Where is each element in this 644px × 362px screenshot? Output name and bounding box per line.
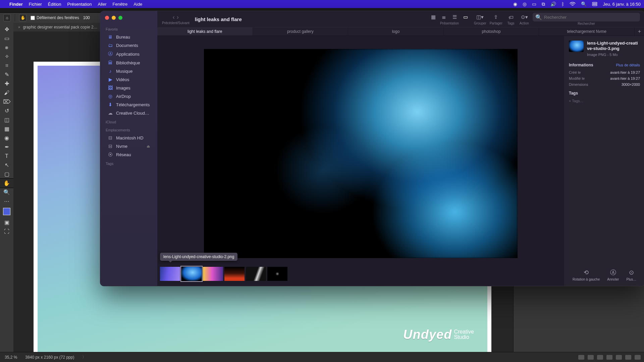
share-button[interactable]: ⇪ bbox=[491, 13, 501, 21]
gallery-preview-image[interactable] bbox=[204, 49, 518, 258]
ps-tool-brush[interactable]: 🖌 bbox=[0, 88, 13, 97]
sidebar-item-airdrop[interactable]: ◎AirDrop bbox=[102, 92, 155, 100]
ps-tool-pen[interactable]: ✒ bbox=[0, 142, 13, 152]
ps-status-icon[interactable] bbox=[578, 355, 584, 360]
ps-tool-stamp[interactable]: ⌦ bbox=[0, 97, 13, 106]
ps-tool-heal[interactable]: ✚ bbox=[0, 79, 13, 88]
statusbar-bluetooth-icon[interactable]: ᛒ bbox=[561, 1, 564, 7]
tab-photoshop[interactable]: photoshop bbox=[444, 27, 539, 36]
sidebar-item-macintosh-hd[interactable]: ⊟Macintosh HD bbox=[102, 134, 155, 142]
action-button[interactable]: ⊙▾ bbox=[519, 13, 529, 21]
statusbar-focus-icon[interactable]: ◎ bbox=[523, 1, 527, 7]
tab-telechargement[interactable]: telechargement Nvme bbox=[539, 27, 635, 36]
menu-fenetre[interactable]: Fenêtre bbox=[113, 2, 128, 7]
view-icons-button[interactable]: ▦ bbox=[428, 13, 438, 21]
sidebar-item-bureau[interactable]: 🖥Bureau bbox=[102, 33, 155, 41]
sidebar-item-videos[interactable]: ▶Vidéos bbox=[102, 75, 155, 83]
finder-search-field[interactable]: 🔍 bbox=[533, 13, 640, 21]
ps-tool-eyedropper[interactable]: ✎ bbox=[0, 70, 13, 79]
ps-color-swatch[interactable] bbox=[3, 208, 10, 215]
sidebar-item-images[interactable]: 🖼Images bbox=[102, 84, 155, 92]
sidebar-item-nvme[interactable]: ⊟Nvme⏏ bbox=[102, 142, 155, 150]
more-actions-button[interactable]: ⊙Plus… bbox=[626, 269, 636, 281]
ps-tool-type[interactable]: T bbox=[0, 152, 13, 161]
nav-back-button[interactable]: ‹ bbox=[173, 14, 175, 21]
annotate-button[interactable]: ⒶAnnoter bbox=[607, 269, 619, 281]
ps-tool-history[interactable]: ↺ bbox=[0, 106, 13, 115]
ps-hand-tool-indicator[interactable]: ✋ bbox=[19, 14, 26, 21]
ps-tool-move[interactable]: ✥ bbox=[0, 25, 13, 34]
ps-tool-blur[interactable]: ◉ bbox=[0, 133, 13, 142]
statusbar-wifi-icon[interactable] bbox=[570, 2, 576, 6]
thumbnail-2[interactable] bbox=[181, 267, 202, 281]
ps-tool-lasso[interactable]: ⎈ bbox=[0, 43, 13, 52]
statusbar-cc-icon[interactable]: ◉ bbox=[513, 1, 517, 7]
ps-tool-eraser[interactable]: ◫ bbox=[0, 115, 13, 124]
ps-status-icon[interactable] bbox=[597, 355, 603, 360]
ps-status-zoom[interactable]: 35,2 % bbox=[5, 355, 17, 360]
ps-tool-crop[interactable]: ⌗ bbox=[0, 61, 13, 70]
menu-aller[interactable]: Aller bbox=[98, 2, 107, 7]
sidebar-item-creative-cloud[interactable]: ☁Creative Cloud… bbox=[102, 109, 155, 117]
ps-home-button[interactable]: ⌂ bbox=[3, 14, 11, 21]
menu-fichier[interactable]: Fichier bbox=[29, 2, 42, 7]
sidebar-item-reseau[interactable]: ⦿Réseau bbox=[102, 150, 155, 159]
tags-button[interactable]: 🏷 bbox=[506, 13, 516, 21]
eject-icon[interactable]: ⏏ bbox=[147, 144, 150, 148]
ps-filetab[interactable]: × graphic designer essential pack copie … bbox=[13, 23, 103, 32]
statusbar-date-icon[interactable]: ▭ bbox=[532, 1, 536, 7]
menu-edition[interactable]: Édition bbox=[48, 2, 61, 7]
thumbnail-5[interactable] bbox=[246, 267, 266, 281]
ps-status-icon[interactable] bbox=[588, 355, 594, 360]
close-icon[interactable]: × bbox=[18, 25, 20, 29]
statusbar-volume-icon[interactable]: 🔊 bbox=[550, 1, 556, 7]
ps-tool-hand[interactable]: ✋ bbox=[0, 179, 13, 188]
search-input[interactable] bbox=[544, 15, 637, 20]
sidebar-item-musique[interactable]: ♪Musique bbox=[102, 67, 155, 75]
ps-tool-gradient[interactable]: ▦ bbox=[0, 124, 13, 133]
ps-tool-marquee[interactable]: ▭ bbox=[0, 34, 13, 43]
ps-quickmask[interactable]: ▣ bbox=[0, 218, 13, 227]
tab-light-leaks[interactable]: light leaks and flare bbox=[157, 27, 253, 36]
window-maximize-button[interactable] bbox=[118, 16, 122, 20]
ps-screenmode[interactable]: ⛶ bbox=[0, 227, 13, 236]
ps-status-icon[interactable] bbox=[635, 355, 641, 360]
sidebar-item-applications[interactable]: ⒶApplications bbox=[102, 50, 155, 58]
statusbar-display-icon[interactable]: ⧉ bbox=[542, 1, 545, 7]
sidebar-item-bibliotheque[interactable]: 🏛Bibliothèque bbox=[102, 59, 155, 67]
menu-presentation[interactable]: Présentation bbox=[67, 2, 92, 7]
ps-zoom-value[interactable]: 100 bbox=[83, 15, 90, 20]
tab-logo[interactable]: logo bbox=[348, 27, 444, 36]
view-gallery-button[interactable]: ▭ bbox=[461, 13, 471, 21]
view-columns-button[interactable]: ☰ bbox=[450, 13, 460, 21]
thumbnail-4[interactable] bbox=[224, 267, 245, 281]
thumbnail-6[interactable] bbox=[267, 267, 287, 281]
statusbar-control-center-icon[interactable] bbox=[592, 2, 597, 6]
view-list-button[interactable]: ≣ bbox=[439, 13, 449, 21]
window-minimize-button[interactable] bbox=[112, 16, 116, 20]
ps-tool-zoom[interactable]: 🔍 bbox=[0, 188, 13, 197]
add-tags-button[interactable]: + Tags… bbox=[569, 99, 640, 103]
ps-status-icon[interactable] bbox=[625, 355, 631, 360]
ps-status-icon[interactable] bbox=[616, 355, 622, 360]
group-button[interactable]: ◫▾ bbox=[475, 13, 485, 21]
sidebar-item-documents[interactable]: 🗂Documents bbox=[102, 41, 155, 49]
ps-tool-more[interactable]: ⋯ bbox=[0, 197, 13, 206]
menu-aide[interactable]: Aide bbox=[133, 2, 142, 7]
tab-add-button[interactable]: + bbox=[635, 27, 644, 36]
statusbar-spotlight-icon[interactable]: 🔍 bbox=[581, 1, 587, 7]
app-name[interactable]: Finder bbox=[9, 2, 23, 7]
rotate-left-button[interactable]: ⟲Rotation à gauche bbox=[573, 269, 600, 281]
ps-tool-shape[interactable]: ▢ bbox=[0, 170, 13, 179]
nav-forward-button[interactable]: › bbox=[177, 14, 179, 21]
ps-status-icon[interactable] bbox=[606, 355, 612, 360]
tab-product-gallery[interactable]: product gallery bbox=[253, 27, 348, 36]
window-close-button[interactable] bbox=[105, 16, 109, 20]
ps-scroll-windows-checkbox[interactable]: Défilement des fenêtres bbox=[31, 15, 79, 20]
ps-tool-path[interactable]: ↖ bbox=[0, 161, 13, 170]
more-details-link[interactable]: Plus de détails bbox=[616, 63, 640, 67]
sidebar-item-telechargements[interactable]: ⬇Téléchargements bbox=[102, 101, 155, 109]
ps-tool-wand[interactable]: ✧ bbox=[0, 52, 13, 61]
thumbnail-1[interactable] bbox=[160, 267, 180, 281]
statusbar-datetime[interactable]: Jeu. 6 janv. à 16:50 bbox=[603, 2, 641, 7]
